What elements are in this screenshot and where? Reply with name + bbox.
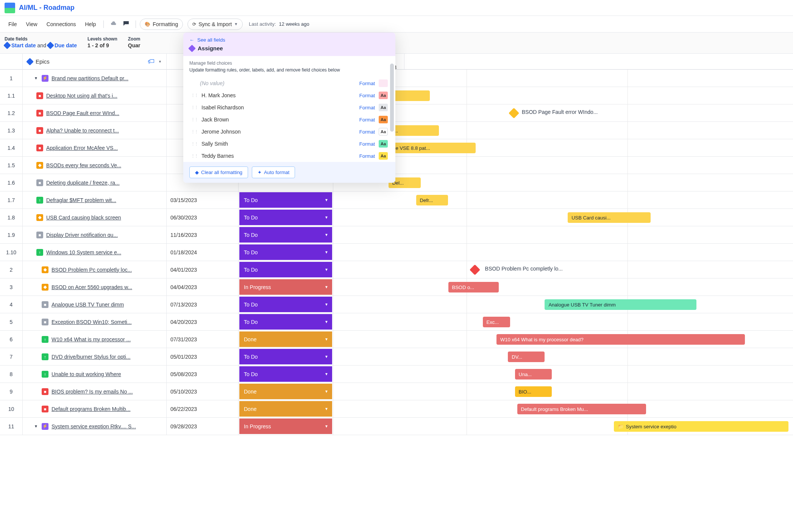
timeline-cell[interactable]: Exc... xyxy=(333,313,793,331)
color-swatch[interactable]: Aa xyxy=(379,92,388,99)
milestone-diamond[interactable] xyxy=(509,108,519,118)
zoom-value[interactable]: Quar xyxy=(128,42,140,48)
timeline-cell[interactable]: BIO... xyxy=(333,383,793,400)
epic-title[interactable]: Exception BSOD Win10; Someti... xyxy=(52,319,132,325)
epic-title[interactable]: System service exeption Rtkv.... S... xyxy=(52,423,136,429)
epic-title[interactable]: BIOS problem? Is my emails No ... xyxy=(52,389,133,395)
grid-container[interactable]: Epics 🏷 ▼ Q2 2023 Q3 2023 1▼⚡Brand new p… xyxy=(0,54,793,532)
drag-grip-icon[interactable]: ⋮⋮ xyxy=(191,105,198,110)
color-swatch[interactable]: Aa xyxy=(379,128,388,135)
due-date-cell[interactable]: 03/15/2023 xyxy=(167,191,239,209)
start-date-link[interactable]: Start date xyxy=(11,42,36,48)
due-date-cell[interactable]: 05/08/2023 xyxy=(167,366,239,383)
epic-cell[interactable]: ■Alpha? Unable to reconnect t... xyxy=(23,122,167,139)
levels-value[interactable]: 1 - 2 of 9 xyxy=(87,42,117,48)
due-date-cell[interactable]: 04/04/2023 xyxy=(167,278,239,296)
due-date-cell[interactable]: 07/13/2023 xyxy=(167,296,239,313)
due-date-cell[interactable]: 04/01/2023 xyxy=(167,261,239,278)
timeline-cell[interactable]: Del... xyxy=(333,174,793,191)
drag-grip-icon[interactable]: ⋮⋮ xyxy=(191,93,198,98)
format-link[interactable]: Format xyxy=(359,93,375,98)
format-link[interactable]: Format xyxy=(359,153,375,159)
header-epics[interactable]: Epics 🏷 ▼ xyxy=(23,54,167,70)
expand-caret[interactable]: ▼ xyxy=(34,76,39,80)
auto-format-button[interactable]: ✦ Auto format xyxy=(252,166,295,178)
epic-cell[interactable]: ■Default programs Broken Multib... xyxy=(23,400,167,418)
epic-cell[interactable]: ■Display Driver notification qu... xyxy=(23,226,167,244)
epic-cell[interactable]: ↑Unable to quit working Where xyxy=(23,366,167,383)
clear-formatting-button[interactable]: ◆ Clear all formatting xyxy=(189,166,248,178)
epic-cell[interactable]: ◆BSOD Problem Pc completly loc... xyxy=(23,261,167,278)
format-link[interactable]: Format xyxy=(359,117,375,123)
epic-cell[interactable]: ▼⚡System service exeption Rtkv.... S... xyxy=(23,418,167,435)
status-cell[interactable]: Done▼ xyxy=(239,400,333,418)
timeline-cell[interactable]: W10 x64 What is my processor dead? xyxy=(333,331,793,348)
timeline-bar[interactable]: USB Card causi... xyxy=(568,212,651,223)
timeline-bar[interactable]: W10 x64 What is my processor dead? xyxy=(496,334,745,345)
status-cell[interactable]: To Do▼ xyxy=(239,226,333,244)
epic-title[interactable]: USB Card causing black screen xyxy=(46,215,121,221)
due-date-cell[interactable]: 01/18/2024 xyxy=(167,244,239,261)
epic-cell[interactable]: ■BIOS problem? Is my emails No ... xyxy=(23,383,167,400)
timeline-cell[interactable] xyxy=(333,70,793,87)
timeline-bar[interactable]: Exc... xyxy=(483,317,510,327)
format-link[interactable]: Format xyxy=(359,129,375,135)
epic-title[interactable]: Windows 10 System service e... xyxy=(46,249,121,255)
status-cell[interactable]: To Do▼ xyxy=(239,348,333,366)
timeline-bar[interactable]: Analogue USB TV Tuner dimm xyxy=(545,299,696,310)
epic-title[interactable]: Unable to quit working Where xyxy=(52,371,121,377)
due-date-cell[interactable]: 05/01/2023 xyxy=(167,348,239,366)
timeline-cell[interactable]: tion Error McAfee VSE 8.8 pat... xyxy=(333,139,793,157)
epic-cell[interactable]: ◆BSOD on Acer 5560 upgrades w... xyxy=(23,278,167,296)
timeline-cell[interactable]: BSOD Problem Pc completly lo... xyxy=(333,261,793,278)
timeline-cell[interactable]: Analogue USB TV Tuner dimm xyxy=(333,296,793,313)
epic-title[interactable]: BSODs every few seconds Ve... xyxy=(46,162,121,168)
swatch[interactable] xyxy=(379,79,388,87)
epic-title[interactable]: W10 x64 What is my processor ... xyxy=(52,336,131,342)
timeline-bar[interactable]: 📁System service exeptio xyxy=(614,421,788,432)
timeline-cell[interactable]: DV... xyxy=(333,348,793,366)
drag-grip-icon[interactable]: ⋮⋮ xyxy=(191,154,198,159)
color-swatch[interactable]: Aa xyxy=(379,140,388,148)
status-cell[interactable]: In Progress▼ xyxy=(239,418,333,435)
epic-title[interactable]: Display Driver notification qu... xyxy=(46,232,118,238)
timeline-cell[interactable]: USB Card causi... xyxy=(333,209,793,226)
chevron-down-icon[interactable]: ▼ xyxy=(158,60,162,64)
tag-icon[interactable]: 🏷 xyxy=(148,58,155,65)
timeline-bar[interactable]: Default programs Broken Mu... xyxy=(517,404,646,414)
see-all-fields-link[interactable]: ← See all fields xyxy=(189,37,389,43)
epic-cell[interactable]: ■Deleting duplicate / freeze, ra... xyxy=(23,174,167,191)
epic-title[interactable]: Analogue USB TV Tuner dimm xyxy=(52,302,124,308)
epic-title[interactable]: DVD drive/burner Stylus for opti... xyxy=(52,354,131,360)
status-cell[interactable]: To Do▼ xyxy=(239,366,333,383)
milestone-diamond[interactable] xyxy=(470,264,480,275)
epic-cell[interactable]: ↑Defraglar $MFT problem wit... xyxy=(23,191,167,209)
timeline-cell[interactable]: Una... xyxy=(333,366,793,383)
due-date-cell[interactable]: 05/10/2023 xyxy=(167,383,239,400)
status-cell[interactable]: To Do▼ xyxy=(239,313,333,331)
color-swatch[interactable]: Aa xyxy=(379,104,388,111)
menu-view[interactable]: View xyxy=(22,19,41,30)
menu-help[interactable]: Help xyxy=(81,19,100,30)
epic-cell[interactable]: ■Desktop Not using all that's i... xyxy=(23,87,167,104)
cloud-icon[interactable] xyxy=(108,19,119,29)
due-date-cell[interactable]: 07/31/2023 xyxy=(167,331,239,348)
menu-connections[interactable]: Connections xyxy=(43,19,80,30)
epic-title[interactable]: Default programs Broken Multib... xyxy=(52,406,131,412)
due-date-cell[interactable]: 11/16/2023 xyxy=(167,226,239,244)
drag-grip-icon[interactable]: ⋮⋮ xyxy=(191,129,198,134)
timeline-cell[interactable]: Default programs Broken Mu... xyxy=(333,400,793,418)
due-date-cell[interactable]: 06/30/2023 xyxy=(167,209,239,226)
epic-title[interactable]: Application Error McAfee VS... xyxy=(46,145,118,151)
epic-cell[interactable]: ◆USB Card causing black screen xyxy=(23,209,167,226)
epic-cell[interactable]: ▼⚡Brand new partitions Default pr... xyxy=(23,70,167,87)
epic-title[interactable]: BSOD Page Fault error WInd... xyxy=(46,110,119,116)
epic-title[interactable]: Desktop Not using all that's i... xyxy=(46,93,117,99)
drag-grip-icon[interactable]: ⋮⋮ xyxy=(191,142,198,146)
timeline-cell[interactable]: BSOD o... xyxy=(333,278,793,296)
epic-cell[interactable]: ■Analogue USB TV Tuner dimm xyxy=(23,296,167,313)
status-cell[interactable]: In Progress▼ xyxy=(239,278,333,296)
epic-cell[interactable]: ■Exception BSOD Win10; Someti... xyxy=(23,313,167,331)
color-swatch[interactable]: Aa xyxy=(379,152,388,160)
sync-import-button[interactable]: ⟳ Sync & Import ▼ xyxy=(187,19,243,30)
